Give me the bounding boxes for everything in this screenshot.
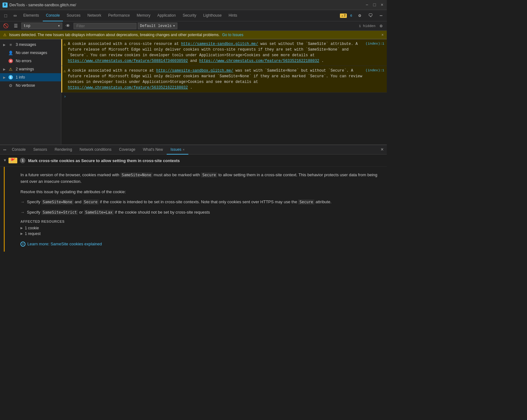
tab-elements[interactable]: Elements (20, 10, 42, 21)
verbose-icon: ⚙ (8, 83, 13, 88)
tab-application[interactable]: Application (154, 10, 179, 21)
warning-icon: ⚠ (341, 14, 343, 18)
issue-title: Mark cross-site cookies as Secure to all… (28, 158, 180, 163)
more-tools-icon[interactable]: ⋯ (377, 11, 386, 20)
chevron-icon: ▶ (3, 43, 6, 46)
issue-group-header[interactable]: ▼ 🚩 1 Mark cross-site cookies as Secure … (0, 155, 387, 167)
sidebar-verbose-label: No verbose (16, 83, 35, 88)
learn-more-icon: ⊙ (20, 242, 25, 247)
devtools-icon: D (3, 3, 8, 8)
bottom-tab-network-conditions[interactable]: Network conditions (76, 145, 115, 155)
console-settings-icon[interactable]: ⚙ (377, 22, 386, 30)
default-levels-label: Default levels (140, 24, 172, 28)
feedback-icon[interactable]: 🗨 (366, 11, 375, 20)
banner-close-icon[interactable]: × (381, 33, 384, 37)
main-toolbar: ⬚ ▭ Elements Console Sources Network Per… (0, 10, 387, 21)
sidebar-item-info[interactable]: ▶ ℹ 1 info (0, 73, 61, 81)
bottom-tab-console[interactable]: Console (8, 145, 30, 155)
sidebar-item-user[interactable]: ▶ 👤 No user messages (0, 49, 61, 57)
inspect-icon[interactable]: ⬚ (1, 11, 10, 20)
sidebar-warnings-label: 2 warnings (16, 67, 34, 71)
bottom-tab-rendering[interactable]: Rendering (51, 145, 76, 155)
sidebar-info-label: 1 info (16, 75, 25, 79)
go-to-issues-link[interactable]: Go to Issues (222, 33, 243, 37)
close-bottom-panel-icon[interactable]: × (379, 147, 386, 153)
msg2-location[interactable]: (index):1 (366, 68, 384, 72)
default-levels-icon: ▾ (173, 24, 175, 28)
msg1-link3[interactable]: https://www.chromestatus.com/feature/563… (199, 59, 319, 63)
tab-lighthouse[interactable]: Lighthouse (200, 10, 225, 21)
affected-cookie[interactable]: ▶ 1 cookie (20, 225, 379, 231)
clear-console-icon[interactable]: 🚫 (1, 22, 10, 30)
chevron-info-icon: ▶ (3, 76, 6, 79)
default-levels-dropdown[interactable]: Default levels ▾ (138, 23, 177, 29)
close-button[interactable]: × (380, 3, 384, 7)
tab-security[interactable]: Security (180, 10, 199, 21)
hidden-count: 1 hidden (359, 24, 375, 28)
console-message-1: ⚠ A cookie associated with a cross-site … (61, 39, 387, 66)
console-main: ▶ ≡ 3 messages ▶ 👤 No user messages ▶ ✕ … (0, 39, 387, 145)
msg1-location[interactable]: (index):1 (366, 42, 384, 46)
warning-count: 2 (344, 14, 346, 17)
issue-warning-badge: 🚩 (8, 158, 17, 163)
filter-input[interactable] (74, 23, 136, 29)
device-icon[interactable]: ▭ (11, 11, 19, 20)
chevron-warn-icon: ▶ (3, 68, 6, 71)
console-message-2: ⚠ A cookie associated with a resource at… (61, 66, 387, 93)
list-icon: ≡ (8, 42, 13, 47)
msg2-link1[interactable]: http://samesite-sandbox.glitch.me/ (156, 68, 233, 73)
sidebar-item-verbose[interactable]: ▶ ⚙ No verbose (0, 81, 61, 90)
bottom-tab-sensors[interactable]: Sensors (30, 145, 51, 155)
msg1-link2[interactable]: https://www.chromestatus.com/feature/508… (68, 59, 188, 63)
settings-icon[interactable]: ⚙ (355, 11, 364, 20)
sidebar-item-messages[interactable]: ▶ ≡ 3 messages (0, 41, 61, 49)
banner-text: Issues detected. The new Issues tab disp… (9, 33, 220, 37)
learn-more-link[interactable]: Learn more: SameSite cookies explained (27, 242, 102, 246)
issue-para-1: In a future version of the browser, cook… (20, 172, 379, 185)
tab-performance[interactable]: Performance (105, 10, 133, 21)
warning-icon: ⚠ (8, 67, 13, 72)
user-icon: 👤 (8, 50, 13, 55)
bottom-tab-coverage[interactable]: Coverage (115, 145, 139, 155)
maximize-button[interactable]: □ (372, 3, 377, 7)
tab-network[interactable]: Network (84, 10, 104, 21)
bottom-tab-whats-new[interactable]: What's New (139, 145, 167, 155)
title-text: DevTools - samesite-sandbox.glitch.me/ (9, 3, 362, 7)
title-bar: D DevTools - samesite-sandbox.glitch.me/… (0, 0, 387, 10)
error-icon: ✕ (8, 58, 13, 63)
bottom-tab-issues[interactable]: Issues × (167, 145, 188, 155)
toolbar-right: ⚠ 2 6 ⚙ 🗨 ⋯ (340, 11, 386, 20)
request-count: 1 request (25, 232, 41, 236)
tab-hints[interactable]: Hints (225, 10, 240, 21)
tab-sources[interactable]: Sources (64, 10, 84, 21)
sidebar-item-warnings[interactable]: ▶ ⚠ 2 warnings (0, 65, 61, 73)
tab-console[interactable]: Console (43, 10, 63, 21)
minimize-button[interactable]: − (365, 3, 369, 7)
warn-icon-2: ⚠ (64, 68, 66, 74)
warning-badge[interactable]: ⚠ 2 (340, 14, 347, 18)
tab-memory[interactable]: Memory (134, 10, 153, 21)
msg1-link1[interactable]: http://samesite-sandbox.glitch.me/ (181, 42, 258, 46)
console-sidebar: ▶ ≡ 3 messages ▶ 👤 No user messages ▶ ✕ … (0, 39, 61, 145)
context-value: top (24, 24, 31, 28)
issues-tab-close-icon[interactable]: × (183, 148, 185, 151)
sidebar-item-errors[interactable]: ▶ ✕ No errors (0, 57, 61, 65)
toggle-sidebar-icon[interactable]: ☰ (11, 22, 20, 30)
affected-resources: AFFECTED RESOURCES ▶ 1 cookie ▶ 1 reques… (20, 220, 379, 237)
context-selector[interactable]: top ▾ (21, 23, 62, 29)
console-prompt: › (61, 93, 387, 101)
banner-warning-icon: ⚠ (3, 33, 7, 37)
affected-request[interactable]: ▶ 1 request (20, 231, 379, 237)
sidebar-errors-label: No errors (16, 59, 31, 63)
error-count: 6 (349, 14, 353, 18)
issue-count-badge: 1 (20, 158, 25, 163)
message-body-1: A cookie associated with a cross-site re… (68, 41, 364, 64)
learn-more-section[interactable]: ⊙ Learn more: SameSite cookies explained (20, 242, 379, 247)
affected-label: AFFECTED RESOURCES (20, 220, 379, 223)
issues-banner: ⚠ Issues detected. The new Issues tab di… (0, 31, 387, 39)
msg2-link2[interactable]: https://www.chromestatus.com/feature/563… (68, 85, 188, 90)
eye-icon[interactable]: 👁 (64, 22, 72, 30)
bottom-panel: ⋯ Console Sensors Rendering Network cond… (0, 145, 387, 302)
sidebar-messages-label: 3 messages (16, 42, 36, 47)
more-tabs-icon[interactable]: ⋯ (1, 147, 8, 153)
